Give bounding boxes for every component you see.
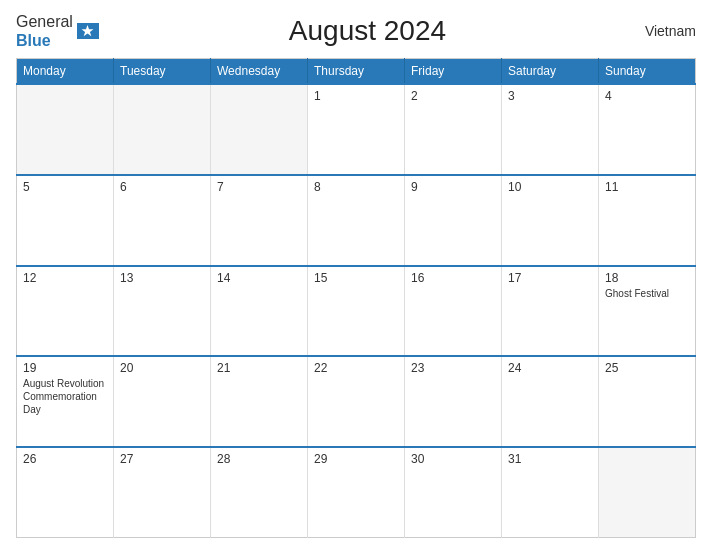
col-tuesday: Tuesday — [114, 59, 211, 85]
calendar-week-row: 12131415161718Ghost Festival — [17, 266, 696, 357]
calendar-day-cell: 5 — [17, 175, 114, 266]
day-number: 3 — [508, 89, 592, 103]
calendar-day-cell — [17, 84, 114, 175]
day-number: 29 — [314, 452, 398, 466]
calendar-day-cell: 25 — [599, 356, 696, 447]
day-number: 5 — [23, 180, 107, 194]
calendar-day-cell: 2 — [405, 84, 502, 175]
calendar-day-cell: 30 — [405, 447, 502, 538]
country-label: Vietnam — [636, 23, 696, 39]
day-number: 30 — [411, 452, 495, 466]
logo-blue-text: Blue — [16, 31, 73, 50]
day-number: 15 — [314, 271, 398, 285]
calendar-day-cell: 11 — [599, 175, 696, 266]
calendar-day-cell: 12 — [17, 266, 114, 357]
calendar-day-cell: 4 — [599, 84, 696, 175]
day-number: 4 — [605, 89, 689, 103]
day-number: 1 — [314, 89, 398, 103]
col-friday: Friday — [405, 59, 502, 85]
col-monday: Monday — [17, 59, 114, 85]
calendar-day-cell: 17 — [502, 266, 599, 357]
calendar-page: General Blue August 2024 Vietnam Monday … — [0, 0, 712, 550]
calendar-day-cell: 14 — [211, 266, 308, 357]
header: General Blue August 2024 Vietnam — [16, 12, 696, 50]
calendar-day-cell: 3 — [502, 84, 599, 175]
day-number: 17 — [508, 271, 592, 285]
logo: General Blue — [16, 12, 99, 50]
day-number: 12 — [23, 271, 107, 285]
calendar-week-row: 262728293031 — [17, 447, 696, 538]
calendar-header: Monday Tuesday Wednesday Thursday Friday… — [17, 59, 696, 85]
calendar-day-cell: 26 — [17, 447, 114, 538]
col-wednesday: Wednesday — [211, 59, 308, 85]
calendar-week-row: 567891011 — [17, 175, 696, 266]
logo-general-text: General — [16, 12, 73, 31]
col-sunday: Sunday — [599, 59, 696, 85]
calendar-day-cell: 19August Revolution Commemoration Day — [17, 356, 114, 447]
calendar-day-cell: 7 — [211, 175, 308, 266]
day-number: 8 — [314, 180, 398, 194]
day-number: 11 — [605, 180, 689, 194]
month-title: August 2024 — [99, 15, 636, 47]
day-number: 21 — [217, 361, 301, 375]
calendar-day-cell: 29 — [308, 447, 405, 538]
day-number: 19 — [23, 361, 107, 375]
calendar-week-row: 19August Revolution Commemoration Day202… — [17, 356, 696, 447]
day-number: 25 — [605, 361, 689, 375]
day-number: 22 — [314, 361, 398, 375]
calendar-day-cell: 22 — [308, 356, 405, 447]
day-number: 24 — [508, 361, 592, 375]
calendar-day-cell — [211, 84, 308, 175]
calendar-day-cell — [599, 447, 696, 538]
calendar-day-cell: 24 — [502, 356, 599, 447]
day-number: 31 — [508, 452, 592, 466]
weekday-header-row: Monday Tuesday Wednesday Thursday Friday… — [17, 59, 696, 85]
calendar-day-cell: 8 — [308, 175, 405, 266]
day-number: 9 — [411, 180, 495, 194]
calendar-day-cell: 13 — [114, 266, 211, 357]
day-number: 6 — [120, 180, 204, 194]
calendar-day-cell: 20 — [114, 356, 211, 447]
calendar-day-cell: 1 — [308, 84, 405, 175]
day-event: August Revolution Commemoration Day — [23, 377, 107, 416]
calendar-day-cell: 31 — [502, 447, 599, 538]
calendar-week-row: 1234 — [17, 84, 696, 175]
col-thursday: Thursday — [308, 59, 405, 85]
calendar-day-cell: 18Ghost Festival — [599, 266, 696, 357]
calendar-table: Monday Tuesday Wednesday Thursday Friday… — [16, 58, 696, 538]
day-number: 23 — [411, 361, 495, 375]
calendar-day-cell: 6 — [114, 175, 211, 266]
day-number: 13 — [120, 271, 204, 285]
calendar-day-cell: 10 — [502, 175, 599, 266]
day-number: 26 — [23, 452, 107, 466]
calendar-day-cell: 9 — [405, 175, 502, 266]
day-number: 14 — [217, 271, 301, 285]
col-saturday: Saturday — [502, 59, 599, 85]
day-number: 16 — [411, 271, 495, 285]
calendar-day-cell: 23 — [405, 356, 502, 447]
day-number: 18 — [605, 271, 689, 285]
calendar-day-cell: 16 — [405, 266, 502, 357]
day-number: 20 — [120, 361, 204, 375]
calendar-day-cell: 28 — [211, 447, 308, 538]
calendar-day-cell: 27 — [114, 447, 211, 538]
logo-flag-icon — [77, 23, 99, 39]
calendar-day-cell: 15 — [308, 266, 405, 357]
day-number: 2 — [411, 89, 495, 103]
calendar-day-cell: 21 — [211, 356, 308, 447]
day-number: 27 — [120, 452, 204, 466]
day-event: Ghost Festival — [605, 287, 689, 300]
day-number: 7 — [217, 180, 301, 194]
day-number: 28 — [217, 452, 301, 466]
day-number: 10 — [508, 180, 592, 194]
calendar-body: 123456789101112131415161718Ghost Festiva… — [17, 84, 696, 537]
calendar-day-cell — [114, 84, 211, 175]
